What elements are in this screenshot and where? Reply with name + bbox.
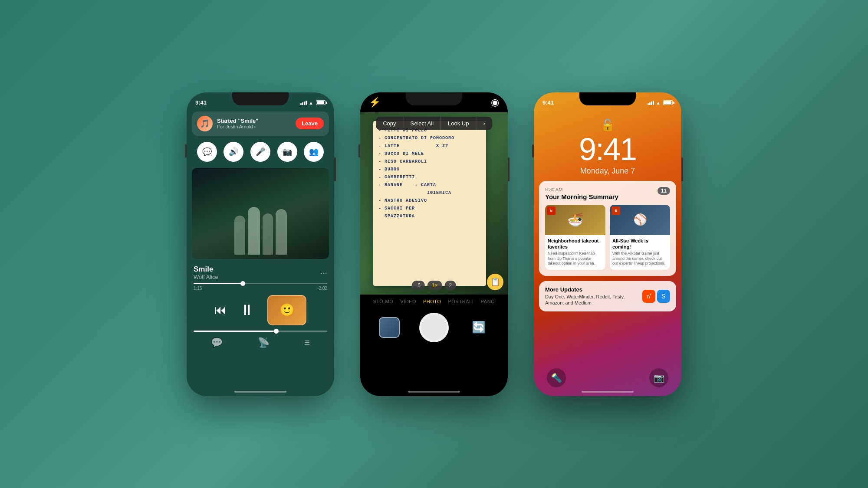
- notch: [232, 92, 289, 105]
- camera-bottom-controls: 🔄: [360, 308, 508, 351]
- video-button[interactable]: 📷: [277, 142, 297, 162]
- home-indicator: [234, 391, 286, 393]
- pip-video: 🙂: [267, 295, 306, 325]
- phone1-facetime: 9:41 ▲ 🎵 Started "Smile": [187, 92, 334, 396]
- power-button[interactable]: [334, 157, 336, 181]
- morning-summary-notification[interactable]: 9:30 AM 11 Your Morning Summary N 🍜 Neig…: [539, 181, 676, 276]
- notch-p2: [406, 92, 462, 105]
- avatar: 🎵: [197, 116, 213, 131]
- note-paper: - PETTI DI POLLO - CONCENTRATO DI POMODO…: [373, 121, 486, 286]
- status-time-p1: 9:41: [195, 99, 207, 106]
- captions-tab[interactable]: 💬: [211, 337, 223, 348]
- progress-fill: [194, 283, 240, 284]
- battery-icon-p3: [663, 100, 673, 105]
- song-details: Smile Wolf Alice: [194, 265, 218, 280]
- lockscreen-time: 9:41: [541, 134, 674, 165]
- progress-track: [194, 283, 327, 284]
- live-text-button[interactable]: 📋: [487, 274, 503, 290]
- flash-icon[interactable]: ⚡: [369, 97, 381, 108]
- progress-bar[interactable]: [187, 282, 334, 285]
- note-line-9: IGIENICA: [378, 190, 481, 195]
- message-icon: 💬: [202, 147, 212, 157]
- lockscreen-date: Monday, June 7: [541, 167, 674, 176]
- song-title: Smile: [194, 265, 218, 274]
- time-elapsed: 1:15: [194, 286, 202, 291]
- power-button-p3[interactable]: [681, 157, 683, 181]
- more-button[interactable]: ···: [320, 268, 327, 278]
- battery-icon: [316, 100, 326, 105]
- pause-button[interactable]: ⏸: [240, 301, 254, 318]
- camera-button[interactable]: 📷: [649, 368, 668, 387]
- lockscreen-top: 🔓 9:41 Monday, June 7: [534, 110, 681, 176]
- news-text-1: Neighborhood takeout favorites Need insp…: [545, 235, 605, 270]
- note-line-11: - SACCHI PER: [378, 206, 481, 211]
- facetime-banner[interactable]: 🎵 Started "Smile" For Justin Arnold › Le…: [192, 111, 329, 136]
- more-updates-notification[interactable]: More Updates Day One, WaterMinder, Reddi…: [539, 281, 676, 311]
- zoom-2-button[interactable]: 2: [445, 281, 457, 290]
- phone3-lockscreen: 9:41 ▲ 🔓 9:41 Monday, June 7 9: [534, 92, 681, 396]
- photo-library-thumb[interactable]: [379, 317, 400, 338]
- shutter-button[interactable]: [419, 313, 449, 342]
- volume-bar[interactable]: [187, 329, 334, 334]
- status-icons-p3: ▲: [648, 100, 673, 105]
- notif-title: Your Morning Summary: [545, 193, 670, 200]
- news-cards: N 🍜 Neighborhood takeout favorites Need …: [545, 205, 670, 270]
- camera-viewfinder: Copy Select All Look Up › - PETTI DI POL…: [360, 112, 508, 295]
- flip-icon: 🔄: [472, 321, 486, 334]
- portrait-mode[interactable]: PORTRAIT: [448, 299, 473, 304]
- wifi-icon: ▲: [309, 100, 313, 105]
- volume-button[interactable]: 🔊: [224, 142, 243, 162]
- home-indicator-p2: [408, 391, 460, 393]
- lock-icon: 🔓: [541, 118, 674, 132]
- photo-mode[interactable]: PHOTO: [423, 299, 441, 304]
- rewind-button[interactable]: ⏮: [214, 303, 227, 317]
- time-labels: 1:15 -2:02: [187, 285, 334, 291]
- flashlight-button[interactable]: 🔦: [547, 368, 566, 387]
- message-button[interactable]: 💬: [197, 142, 217, 162]
- speaker-icon: 🔊: [229, 147, 238, 157]
- phone2-camera: ⚡ ∧ ◉ Copy Select All Look Up › - PETTI …: [360, 92, 508, 396]
- leave-button[interactable]: Leave: [296, 118, 324, 129]
- notif-time: 9:30 AM: [545, 187, 670, 192]
- notif2-body: Day One, WaterMinder, Reddit, Tasty, Ama…: [545, 294, 637, 306]
- note-line-6: - BURRO: [378, 167, 481, 172]
- mic-button[interactable]: 🎤: [250, 142, 270, 162]
- bottom-tabs: 💬 📡 ≡: [187, 334, 334, 354]
- arrow-menu-item[interactable]: ›: [476, 117, 492, 130]
- zoom-1x-button[interactable]: 1×: [427, 281, 442, 290]
- album-art-image: [192, 168, 329, 259]
- note-line-10: - NASTRO ADESIVO: [378, 198, 481, 203]
- app-icon-2: S: [657, 290, 670, 303]
- progress-thumb: [240, 281, 245, 286]
- wifi-icon-p3: ▲: [656, 100, 661, 105]
- people-button[interactable]: 👥: [304, 142, 324, 162]
- list-tab[interactable]: ≡: [304, 337, 310, 348]
- pano-mode[interactable]: PANO: [481, 299, 495, 304]
- news-card-1[interactable]: N 🍜 Neighborhood takeout favorites Need …: [545, 205, 605, 270]
- camera-icon: 📷: [654, 373, 664, 383]
- mic-icon: 🎤: [256, 147, 265, 157]
- news-img-1: N 🍜: [545, 205, 605, 235]
- notif-badge: 11: [658, 187, 670, 195]
- song-artist: Wolf Alice: [194, 274, 218, 280]
- slo-mo-mode[interactable]: SLO-MO: [373, 299, 393, 304]
- flashlight-icon: 🔦: [551, 373, 562, 383]
- video-mode[interactable]: VIDEO: [400, 299, 416, 304]
- volume-track: [194, 331, 327, 332]
- live-photo-icon[interactable]: ◉: [491, 97, 499, 108]
- action-buttons: 💬 🔊 🎤 📷 👥: [187, 138, 334, 166]
- select-all-menu-item[interactable]: Select All: [404, 117, 441, 130]
- app-icons: r/ S: [642, 290, 670, 303]
- facetime-subtitle: For Justin Arnold ›: [217, 124, 291, 129]
- copy-menu-item[interactable]: Copy: [376, 117, 403, 130]
- news-headline-2: All-Star Week is coming!: [612, 238, 667, 250]
- power-button-p2[interactable]: [508, 157, 510, 181]
- look-up-menu-item[interactable]: Look Up: [441, 117, 476, 130]
- news-body-1: Need inspiration? Kea Mao from Up Thai i…: [548, 251, 603, 266]
- news-card-2[interactable]: E ⚾ All-Star Week is coming! With the Al…: [610, 205, 670, 270]
- airplay-tab[interactable]: 📡: [258, 337, 270, 348]
- flip-camera-button[interactable]: 🔄: [468, 317, 489, 338]
- news-text-2: All-Star Week is coming! With the All-St…: [610, 235, 670, 270]
- zoom-5-button[interactable]: .5: [412, 281, 425, 290]
- album-art: [192, 168, 329, 259]
